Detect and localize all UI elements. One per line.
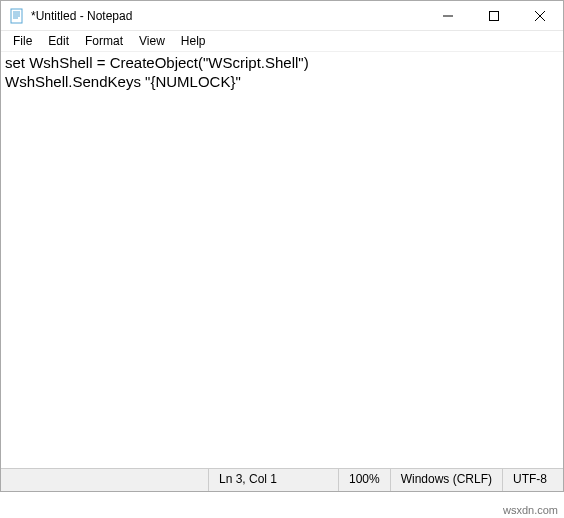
- status-position: Ln 3, Col 1: [209, 469, 339, 491]
- status-encoding: UTF-8: [503, 469, 563, 491]
- menu-help[interactable]: Help: [173, 32, 214, 50]
- statusbar: Ln 3, Col 1 100% Windows (CRLF) UTF-8: [1, 468, 563, 491]
- svg-rect-6: [490, 11, 499, 20]
- notepad-icon: [9, 8, 25, 24]
- maximize-button[interactable]: [471, 1, 517, 30]
- menu-edit[interactable]: Edit: [40, 32, 77, 50]
- minimize-button[interactable]: [425, 1, 471, 30]
- menubar: File Edit Format View Help: [1, 31, 563, 51]
- menu-format[interactable]: Format: [77, 32, 131, 50]
- notepad-window: *Untitled - Notepad File Edit Format Vie…: [0, 0, 564, 492]
- status-line-ending: Windows (CRLF): [391, 469, 503, 491]
- window-controls: [425, 1, 563, 30]
- editor-area: [1, 51, 563, 468]
- window-title: *Untitled - Notepad: [31, 9, 425, 23]
- titlebar[interactable]: *Untitled - Notepad: [1, 1, 563, 31]
- menu-file[interactable]: File: [5, 32, 40, 50]
- text-editor[interactable]: [1, 52, 563, 468]
- watermark: wsxdn.com: [503, 504, 558, 516]
- status-spacer: [1, 469, 209, 491]
- close-button[interactable]: [517, 1, 563, 30]
- status-zoom: 100%: [339, 469, 391, 491]
- menu-view[interactable]: View: [131, 32, 173, 50]
